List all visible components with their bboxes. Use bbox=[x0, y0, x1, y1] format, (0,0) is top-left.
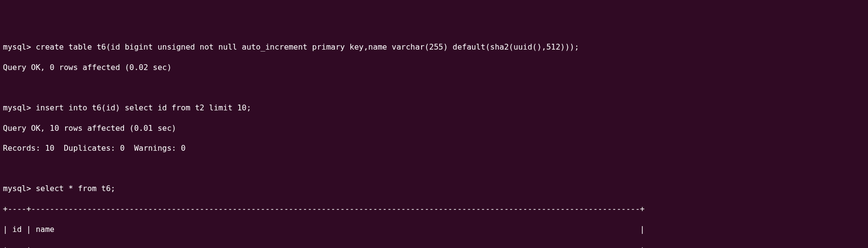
terminal-blank-2 bbox=[3, 164, 865, 174]
terminal-line-cmd2: mysql> insert into t6(id) select id from… bbox=[3, 103, 865, 113]
mysql-prompt: mysql> bbox=[3, 103, 31, 112]
sql-command-2: insert into t6(id) select id from t2 lim… bbox=[35, 103, 251, 112]
terminal-blank-1 bbox=[3, 83, 865, 93]
terminal-line-resp2b: Records: 10 Duplicates: 0 Warnings: 0 bbox=[3, 143, 865, 154]
mysql-prompt: mysql> bbox=[3, 42, 31, 52]
terminal-line-resp1: Query OK, 0 rows affected (0.02 sec) bbox=[3, 63, 865, 73]
table-separator-mid: +----+----------------------------------… bbox=[3, 245, 865, 248]
table-separator-top: +----+----------------------------------… bbox=[3, 204, 865, 214]
table-header: | id | name | bbox=[3, 225, 865, 235]
terminal-line-resp2a: Query OK, 10 rows affected (0.01 sec) bbox=[3, 124, 865, 134]
terminal-line-cmd3: mysql> select * from t6; bbox=[3, 184, 865, 194]
mysql-prompt: mysql> bbox=[3, 184, 31, 193]
terminal-line-cmd1: mysql> create table t6(id bigint unsigne… bbox=[3, 42, 865, 53]
sql-command-1: create table t6(id bigint unsigned not n… bbox=[35, 42, 579, 52]
sql-command-3: select * from t6; bbox=[35, 184, 115, 193]
